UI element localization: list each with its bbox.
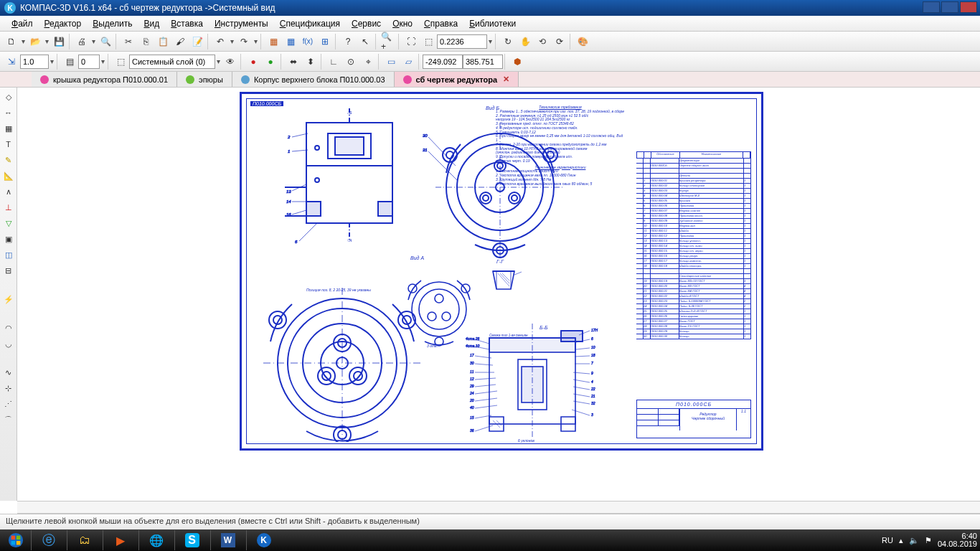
coord-y-input[interactable] xyxy=(463,55,503,69)
text-tool[interactable]: T xyxy=(1,137,16,151)
preview-button[interactable]: 🔍 xyxy=(98,34,113,50)
weld-tool[interactable]: ▣ xyxy=(1,232,16,246)
new-button[interactable]: 🗋 xyxy=(4,34,19,50)
doc-tab[interactable]: эпюры xyxy=(177,72,232,87)
menu-редактор[interactable]: Редактор xyxy=(39,17,88,31)
menu-вставка[interactable]: Вставка xyxy=(165,17,209,31)
copy-button[interactable]: ⎘ xyxy=(138,34,154,50)
properties-button[interactable]: 📝 xyxy=(189,34,205,50)
taskbar-skype[interactable]: S xyxy=(174,530,209,550)
cut-button[interactable]: ✂ xyxy=(121,34,136,50)
tray-clock[interactable]: 6:40 04.08.2019 xyxy=(938,532,977,548)
tray-lang[interactable]: RU xyxy=(882,536,893,545)
tray-sound-icon[interactable]: 🔈 xyxy=(909,536,919,545)
edit-tool[interactable]: ✎ xyxy=(1,153,16,167)
menu-спецификация[interactable]: Спецификация xyxy=(274,17,346,31)
round-button[interactable]: ⊙ xyxy=(343,54,359,70)
centerline-tool[interactable]: ⊥ xyxy=(1,200,16,215)
style-input[interactable] xyxy=(78,55,100,69)
render-button[interactable]: 🎨 xyxy=(575,34,590,50)
redo-button[interactable]: ↷ xyxy=(236,34,252,50)
style2-button[interactable]: ● xyxy=(263,54,278,70)
zoom-in-button[interactable]: 🔍+ xyxy=(380,34,396,50)
equi-tool[interactable]: ⋰ xyxy=(1,397,16,411)
gizmo-button[interactable]: ⬢ xyxy=(509,54,525,70)
measure-tool[interactable]: 📐 xyxy=(1,169,16,183)
surface-tool[interactable]: ▽ xyxy=(1,216,16,230)
menu-сервис[interactable]: Сервис xyxy=(346,17,387,31)
open-button[interactable]: 📂 xyxy=(27,34,43,50)
zoom-prev-button[interactable]: ⟲ xyxy=(534,34,550,50)
insert-tool[interactable]: ◫ xyxy=(1,248,16,262)
status-text: Щелкните левой кнопкой мыши на объекте д… xyxy=(6,517,420,525)
menu-инструменты[interactable]: Инструменты xyxy=(209,17,274,31)
maximize-button[interactable] xyxy=(941,1,958,13)
taskbar-media[interactable]: ▶ xyxy=(103,530,137,550)
coord-x-input[interactable] xyxy=(423,55,463,69)
param-button[interactable]: ▱ xyxy=(400,54,416,70)
pan-button[interactable]: ✋ xyxy=(517,34,533,50)
point-tool[interactable]: ⊹ xyxy=(1,381,16,395)
assoc-button[interactable]: ▭ xyxy=(383,54,399,70)
layer-vis-icon[interactable]: 👁 xyxy=(222,54,238,70)
doc-tab[interactable]: сб чертеж редуктора✕ xyxy=(395,72,519,87)
close-button[interactable] xyxy=(960,1,977,13)
arc-tool[interactable]: ◠ xyxy=(1,321,16,335)
ucs-button[interactable]: ⌖ xyxy=(360,54,376,70)
menu-файл[interactable]: Файл xyxy=(6,17,39,31)
help-button[interactable]: ? xyxy=(340,34,356,50)
zoom-window-button[interactable]: ⬚ xyxy=(420,34,436,50)
params-tool[interactable]: ⊟ xyxy=(1,263,16,278)
svg-text:29: 29 xyxy=(469,384,474,388)
tray-flag-icon[interactable]: ⚑ xyxy=(925,536,932,545)
tangent-tool[interactable]: ∿ xyxy=(1,365,16,380)
grid-y-button[interactable]: ⬍ xyxy=(303,54,319,70)
doc-tab[interactable]: крышка редуктора П010.000.01 xyxy=(32,72,177,87)
snap-button[interactable]: ⇲ xyxy=(4,54,19,70)
taskbar-chrome[interactable]: 🌐 xyxy=(138,530,173,550)
split-tool[interactable]: ⚡ xyxy=(1,292,16,306)
dimension-tool[interactable]: ↔ xyxy=(1,105,16,120)
small-arc-tool[interactable]: ◡ xyxy=(1,336,16,351)
doc-tab[interactable]: Корпус верхнего блока П010.000.03 xyxy=(232,72,395,87)
tray-up-icon[interactable]: ▴ xyxy=(899,536,903,545)
paste-button[interactable]: 📋 xyxy=(155,34,171,50)
zoom-next-button[interactable]: ⟳ xyxy=(552,34,567,50)
fillet-tool[interactable]: ⌒ xyxy=(1,413,16,427)
save-button[interactable]: 💾 xyxy=(51,34,67,50)
print-button[interactable]: 🖨 xyxy=(74,34,90,50)
fx-button[interactable]: f(x) xyxy=(300,34,316,50)
spec-button[interactable]: ▦ xyxy=(265,34,281,50)
ortho-button[interactable]: ∟ xyxy=(326,54,341,70)
zoom-value-input[interactable] xyxy=(437,34,487,49)
layer-select[interactable] xyxy=(129,55,215,69)
layer-icon[interactable]: ▤ xyxy=(62,54,77,70)
format-button[interactable]: 🖌 xyxy=(172,34,188,50)
taskbar-kompas[interactable]: K xyxy=(246,530,281,550)
spec2-button[interactable]: ▦ xyxy=(283,34,298,50)
menu-справка[interactable]: Справка xyxy=(418,17,463,31)
taskbar-word[interactable]: W xyxy=(210,530,245,550)
style1-button[interactable]: ● xyxy=(245,54,261,70)
axis-tool[interactable]: ∧ xyxy=(1,184,16,199)
hatch-tool[interactable]: ▦ xyxy=(1,121,16,136)
minimize-button[interactable] xyxy=(923,1,940,13)
start-button[interactable] xyxy=(1,530,30,550)
redraw-button[interactable]: ↻ xyxy=(500,34,516,50)
vars-button[interactable]: ⊞ xyxy=(317,34,333,50)
menu-окно[interactable]: Окно xyxy=(387,17,418,31)
layers-button[interactable]: ⬚ xyxy=(113,54,128,70)
step-input[interactable] xyxy=(20,55,49,69)
tab-close-icon[interactable]: ✕ xyxy=(503,75,509,84)
taskbar-ie[interactable]: ⓔ xyxy=(31,530,65,550)
undo-button[interactable]: ↶ xyxy=(212,34,228,50)
grid-x-button[interactable]: ⬌ xyxy=(286,54,301,70)
menu-выделить[interactable]: Выделить xyxy=(87,17,138,31)
zoom-fit-button[interactable]: ⛶ xyxy=(403,34,419,50)
taskbar-explorer[interactable]: 🗂 xyxy=(67,530,101,550)
menu-вид[interactable]: Вид xyxy=(138,17,166,31)
menu-библиотеки[interactable]: Библиотеки xyxy=(463,17,522,31)
drawing-canvas[interactable]: П010.000СБ xyxy=(17,88,980,501)
geometry-tool[interactable]: ◇ xyxy=(1,90,16,104)
cursor-button[interactable]: ↖ xyxy=(357,34,373,50)
